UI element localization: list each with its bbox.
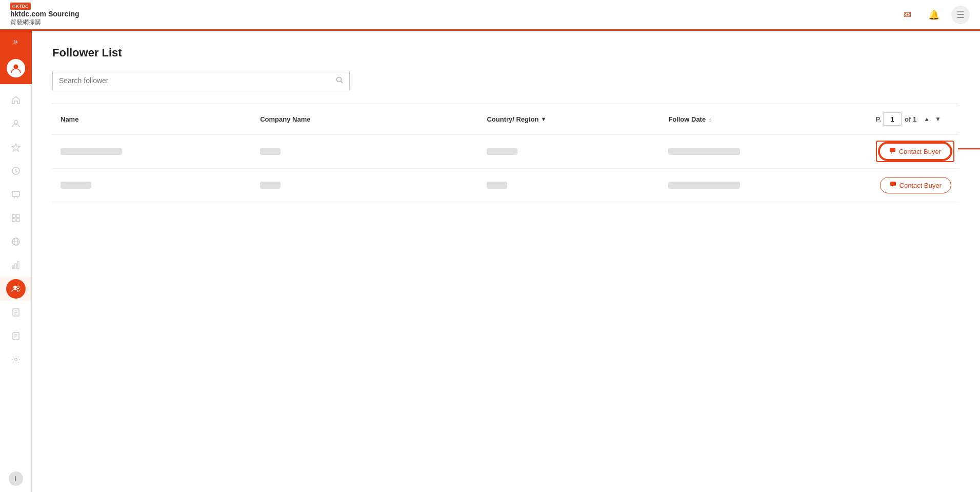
info-button[interactable]: i	[9, 471, 23, 486]
main-content: Follower List Name Company Name	[32, 31, 980, 492]
pagination-input[interactable]	[883, 112, 902, 126]
svg-point-1	[14, 121, 17, 124]
row2-follow-date	[660, 169, 823, 202]
row2-country	[478, 169, 660, 202]
contact-buyer-btn-row2[interactable]: Contact Buyer	[880, 177, 951, 193]
logo-badge: HKTDC	[10, 3, 79, 10]
row2-action: Contact Buyer	[824, 169, 959, 202]
sidebar-nav	[0, 84, 31, 471]
sidebar-item-user[interactable]	[0, 112, 31, 135]
svg-point-15	[13, 286, 16, 289]
svg-rect-12	[12, 266, 14, 269]
table-row: Contact Buyer	[52, 169, 959, 202]
avatar-circle	[7, 59, 25, 77]
sidebar-item-documents[interactable]	[0, 301, 31, 324]
sidebar: »	[0, 31, 32, 492]
logo-area: HKTDC hktdc.com Sourcing 貿發網採購	[10, 3, 79, 27]
svg-rect-31	[890, 182, 896, 186]
sidebar-item-reports[interactable]	[0, 324, 31, 348]
search-icon	[336, 76, 343, 85]
sidebar-item-global[interactable]	[0, 230, 31, 253]
sidebar-item-history[interactable]	[0, 159, 31, 183]
svg-point-16	[16, 286, 19, 289]
row1-follow-date	[660, 134, 823, 169]
sidebar-item-followers[interactable]	[0, 277, 31, 301]
svg-point-0	[13, 65, 18, 69]
svg-rect-28	[890, 148, 895, 152]
sidebar-expand-btn[interactable]: »	[0, 31, 32, 52]
svg-rect-8	[16, 219, 19, 222]
row1-company	[252, 134, 478, 169]
svg-rect-14	[17, 262, 19, 269]
svg-rect-6	[16, 214, 19, 218]
row1-country	[478, 134, 660, 169]
header-icons: ✉ 🔔 ☰	[898, 6, 970, 24]
th-company: Company Name	[252, 104, 478, 134]
pagination-arrows: ▲ ▼	[922, 114, 943, 124]
table-header-row: Name Company Name Country/ Region ▼ Foll…	[52, 104, 959, 134]
top-header: HKTDC hktdc.com Sourcing 貿發網採購 ✉ 🔔 ☰	[0, 0, 980, 31]
sidebar-item-favorites[interactable]	[0, 135, 31, 159]
search-input[interactable]	[59, 76, 336, 85]
followers-icon-active	[6, 279, 26, 299]
search-bar	[52, 70, 350, 91]
mail-button[interactable]: ✉	[898, 6, 916, 24]
pagination-area: P. of 1 ▲ ▼	[832, 110, 951, 128]
sidebar-item-messages[interactable]	[0, 183, 31, 206]
th-name: Name	[52, 104, 252, 134]
follower-table: Name Company Name Country/ Region ▼ Foll…	[52, 104, 959, 202]
layout: »	[0, 31, 980, 492]
th-follow-date: Follow Date ↕	[660, 104, 823, 134]
page-title: Follower List	[52, 46, 959, 60]
sidebar-item-products[interactable]	[0, 206, 31, 230]
svg-rect-5	[12, 214, 15, 218]
pagination-up[interactable]: ▲	[922, 114, 932, 124]
svg-rect-4	[12, 191, 19, 196]
row1-action: Contact Buyer	[824, 134, 959, 169]
svg-marker-2	[12, 144, 20, 151]
arrow-annotation	[955, 144, 980, 159]
sidebar-bottom: i	[9, 471, 23, 492]
svg-point-26	[337, 77, 342, 82]
contact-buyer-highlight-box: Contact Buyer	[879, 143, 951, 160]
pagination-down[interactable]: ▼	[933, 114, 943, 124]
logo-icon: HKTDC	[10, 3, 31, 10]
row2-name	[52, 169, 252, 202]
th-action: P. of 1 ▲ ▼	[824, 104, 959, 134]
country-filter-icon[interactable]: ▼	[541, 116, 547, 122]
logo-sub: 貿發網採購	[10, 18, 79, 27]
th-country: Country/ Region ▼	[478, 104, 660, 134]
sidebar-item-analytics[interactable]	[0, 253, 31, 277]
svg-line-27	[341, 81, 343, 83]
table-row: Contact Buyer	[52, 134, 959, 169]
row1-name	[52, 134, 252, 169]
svg-rect-7	[12, 219, 15, 222]
chat-icon	[889, 147, 896, 155]
follow-date-sort-icon[interactable]: ↕	[709, 116, 712, 123]
contact-buyer-btn-row1[interactable]: Contact Buyer	[879, 143, 951, 160]
svg-rect-13	[15, 264, 16, 269]
sidebar-avatar[interactable]	[0, 52, 32, 84]
chat-icon-2	[890, 181, 896, 189]
svg-point-25	[14, 359, 17, 361]
notification-button[interactable]: 🔔	[925, 6, 943, 24]
sidebar-item-settings[interactable]	[0, 348, 31, 371]
sidebar-item-home[interactable]	[0, 88, 31, 112]
menu-button[interactable]: ☰	[951, 6, 970, 24]
logo-main: hktdc.com Sourcing	[10, 10, 79, 18]
row2-company	[252, 169, 478, 202]
